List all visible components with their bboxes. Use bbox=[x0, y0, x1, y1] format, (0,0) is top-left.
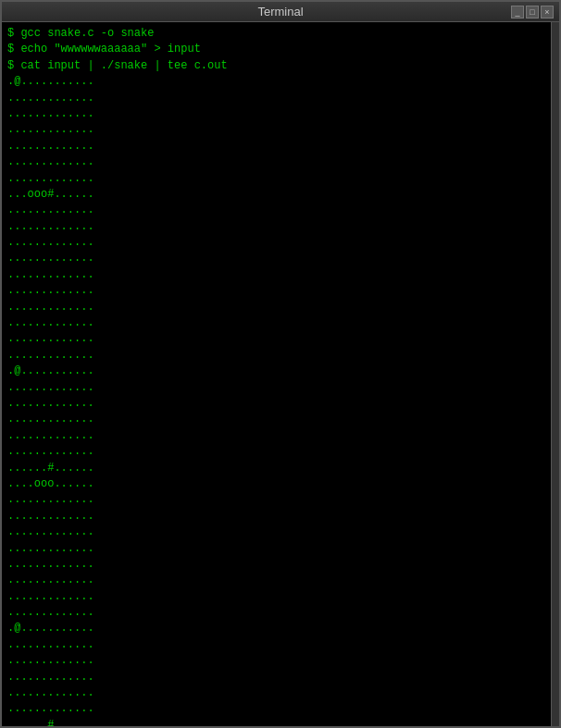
terminal-line: ............. bbox=[7, 380, 554, 396]
terminal-line: ............. bbox=[7, 331, 554, 347]
terminal-line: ...ooo#...... bbox=[7, 187, 554, 203]
titlebar: Terminal _ □ × bbox=[2, 2, 559, 22]
terminal-line: ............. bbox=[7, 91, 554, 106]
terminal-line: $ echo "wwwwwwaaaaaa" > input bbox=[7, 42, 554, 57]
minimize-button[interactable]: _ bbox=[511, 6, 524, 19]
terminal-line: ............. bbox=[7, 605, 554, 621]
terminal-line: ............. bbox=[7, 154, 554, 170]
terminal-line: ............. bbox=[7, 653, 554, 669]
terminal-line: ............. bbox=[7, 444, 554, 460]
terminal-line: ............. bbox=[7, 670, 554, 685]
maximize-button[interactable]: □ bbox=[526, 6, 539, 19]
terminal-line: ............. bbox=[7, 283, 554, 299]
terminal-line: ............. bbox=[7, 573, 554, 588]
terminal-line: ............. bbox=[7, 396, 554, 412]
terminal-line: ............. bbox=[7, 685, 554, 701]
terminal-line: .@........... bbox=[7, 621, 554, 636]
terminal-line: ............. bbox=[7, 412, 554, 427]
terminal-line: ............. bbox=[7, 106, 554, 122]
terminal-line: ............. bbox=[7, 524, 554, 540]
terminal-line: ............. bbox=[7, 122, 554, 138]
terminal-line: ............. bbox=[7, 492, 554, 508]
terminal-output[interactable]: $ gcc snake.c -o snake$ echo "wwwwwwaaaa… bbox=[2, 22, 559, 726]
terminal-line: ............. bbox=[7, 428, 554, 444]
terminal-line: ............. bbox=[7, 300, 554, 315]
terminal-line: ............. bbox=[7, 267, 554, 283]
terminal-line: ............. bbox=[7, 637, 554, 653]
terminal-line: $ gcc snake.c -o snake bbox=[7, 26, 554, 42]
terminal-line: $ cat input | ./snake | tee c.out bbox=[7, 58, 554, 74]
terminal-line: ............. bbox=[7, 509, 554, 524]
terminal-line: ............. bbox=[7, 139, 554, 154]
terminal-window: Terminal _ □ × $ gcc snake.c -o snake$ e… bbox=[0, 0, 561, 728]
terminal-line: ............. bbox=[7, 171, 554, 187]
window-title: Terminal bbox=[257, 5, 303, 19]
terminal-line: ............. bbox=[7, 235, 554, 251]
terminal-line: ......#...... bbox=[7, 461, 554, 476]
terminal-line: ............. bbox=[7, 589, 554, 605]
terminal-line: ............. bbox=[7, 203, 554, 218]
terminal-line: ....ooo...... bbox=[7, 476, 554, 492]
terminal-line: ............. bbox=[7, 315, 554, 331]
terminal-line: ............. bbox=[7, 348, 554, 364]
terminal-line: ............. bbox=[7, 219, 554, 235]
terminal-line: ............. bbox=[7, 557, 554, 573]
terminal-line: ......#...... bbox=[7, 718, 554, 726]
terminal-line: ............. bbox=[7, 701, 554, 717]
terminal-line: ............. bbox=[7, 541, 554, 557]
close-button[interactable]: × bbox=[541, 6, 554, 19]
terminal-line: .@........... bbox=[7, 364, 554, 379]
terminal-line: .@........... bbox=[7, 74, 554, 90]
window-controls[interactable]: _ □ × bbox=[511, 6, 554, 19]
terminal-line: ............. bbox=[7, 251, 554, 266]
